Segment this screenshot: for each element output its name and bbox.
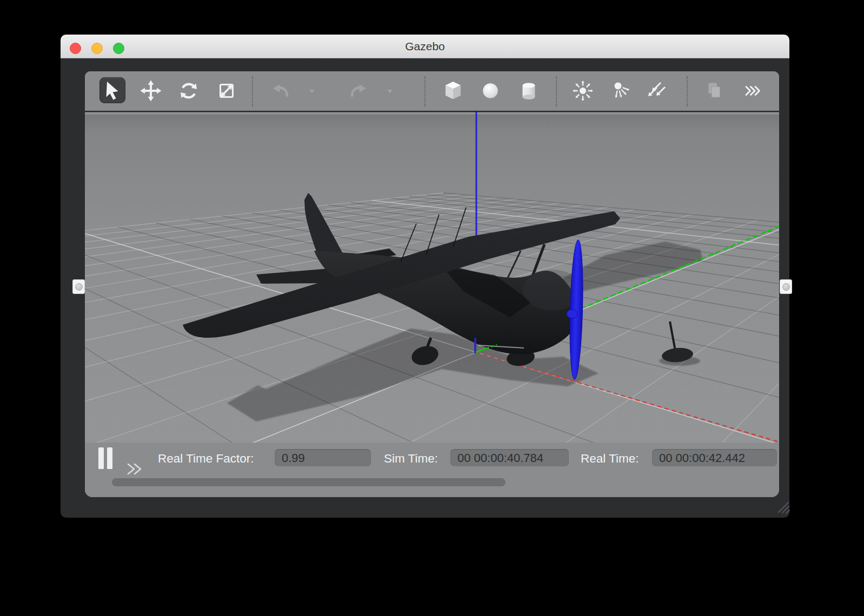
rotate-icon (176, 78, 201, 103)
redo-icon (346, 78, 371, 103)
gazebo-window: Gazebo (61, 35, 789, 518)
real-time-value: 00 00:00:42.442 (652, 449, 777, 466)
directional-light-icon (644, 78, 669, 103)
undo-button (268, 78, 293, 103)
pause-icon[interactable] (98, 447, 114, 469)
resize-grip-icon[interactable] (776, 500, 792, 515)
spot-light-icon (608, 78, 633, 103)
cylinder-button[interactable] (516, 78, 541, 103)
copy-button (702, 78, 727, 103)
left-splitter-handle[interactable] (72, 279, 85, 294)
redo-button (346, 78, 371, 103)
cylinder-icon (516, 78, 541, 103)
translate-icon (138, 78, 163, 103)
scale-icon (214, 78, 239, 103)
toolbar (85, 71, 779, 111)
splitter-grip-icon (782, 283, 790, 291)
double-chevron-icon[interactable] (126, 463, 148, 477)
spinner (567, 310, 577, 318)
directional-light-button[interactable] (644, 78, 669, 103)
sim-time-label: Sim Time: (384, 450, 438, 467)
point-light-button[interactable] (570, 78, 595, 103)
3d-viewport[interactable] (85, 111, 779, 444)
translate-button[interactable] (138, 78, 163, 103)
gazebo-main-panel: Real Time Factor: 0.99 Sim Time: 00 00:0… (85, 71, 779, 497)
dropdown-arrow-icon (386, 88, 394, 95)
toolbar-separator (687, 76, 688, 106)
copy-icon (702, 78, 727, 103)
overflow-chevron-icon (742, 78, 767, 103)
right-splitter-handle[interactable] (780, 279, 792, 294)
toolbar-separator (252, 76, 253, 106)
real-time-factor-label: Real Time Factor: (158, 450, 254, 467)
scene-render[interactable] (85, 112, 779, 443)
overflow-chevron-button[interactable] (742, 78, 767, 103)
sphere-button[interactable] (478, 78, 503, 103)
box-icon (441, 78, 466, 103)
rotate-button[interactable] (176, 78, 201, 103)
status-bar: Real Time Factor: 0.99 Sim Time: 00 00:0… (85, 443, 779, 497)
toolbar-separator (556, 76, 557, 106)
box-button[interactable] (441, 78, 466, 103)
scale-button[interactable] (214, 78, 239, 103)
dropdown-arrow-icon (308, 88, 316, 95)
sphere-icon (478, 78, 503, 103)
splitter-grip-icon (75, 283, 83, 291)
point-light-icon (570, 78, 595, 103)
window-title: Gazebo (61, 35, 789, 58)
real-time-label: Real Time: (581, 450, 639, 467)
dropdown-arrow-button (386, 88, 394, 95)
sim-time-value: 00 00:00:40.784 (450, 449, 569, 466)
select-arrow-icon (100, 78, 125, 103)
horizontal-scrollbar[interactable] (112, 478, 506, 486)
spot-light-button[interactable] (608, 78, 633, 103)
dropdown-arrow-button (308, 88, 316, 95)
toolbar-separator (424, 76, 426, 106)
select-arrow-button[interactable] (99, 77, 125, 103)
real-time-factor-value: 0.99 (275, 449, 371, 466)
undo-icon (268, 78, 293, 103)
titlebar[interactable]: Gazebo (61, 35, 789, 58)
